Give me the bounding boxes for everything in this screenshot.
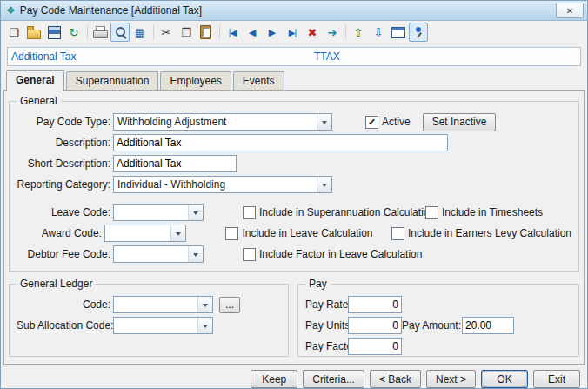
pay-code-type-row: Pay Code Type: Withholding Adjustment Ac…: [17, 112, 571, 131]
include-earners-levy-checkbox[interactable]: [391, 227, 404, 240]
award-code-row: Award Code: Include in Leave Calculation…: [17, 224, 571, 243]
short-description-label: Short Description:: [17, 158, 110, 170]
goto-icon[interactable]: ➔: [323, 23, 342, 42]
back-button[interactable]: < Back: [370, 370, 421, 388]
save-icon[interactable]: [44, 23, 63, 42]
pay-factor-label: Pay Factor:: [305, 340, 345, 352]
include-timesheets-group: Include in Timesheets: [425, 206, 543, 219]
include-earners-levy-group: Include in Earners Levy Calculation: [391, 227, 571, 240]
toolbar: ❏ ↻ ▦ ✂ ❐ |◀ ◀ ▶ ▶| ✖ ➔ ⇧ ⇩: [1, 21, 587, 44]
pay-units-row: Pay Units: Pay Amount:: [305, 316, 571, 335]
window-title: Pay Code Maintenance [Additional Tax]: [20, 4, 556, 17]
print-icon[interactable]: [90, 23, 110, 42]
ok-button[interactable]: OK: [481, 370, 528, 388]
open-folder-icon[interactable]: [24, 23, 43, 42]
chevron-down-icon[interactable]: [197, 318, 212, 333]
pay-code-maintenance-window: ❖ Pay Code Maintenance [Additional Tax] …: [0, 0, 588, 389]
chevron-down-icon[interactable]: [317, 177, 331, 192]
include-factor-leave-checkbox[interactable]: [243, 248, 256, 261]
include-leave-calc-checkbox[interactable]: [225, 227, 238, 240]
gl-code-label: Code:: [17, 298, 110, 311]
award-code-select[interactable]: [104, 225, 187, 242]
pay-rate-input[interactable]: [348, 296, 402, 313]
chevron-down-icon[interactable]: [197, 297, 212, 312]
general-ledger-group-title: General Ledger: [17, 278, 96, 290]
paste-icon[interactable]: [197, 23, 216, 42]
pin-icon[interactable]: [409, 23, 428, 42]
tab-events[interactable]: Events: [233, 71, 284, 90]
record-code: TTAX: [314, 50, 340, 63]
chevron-down-icon[interactable]: [188, 205, 203, 220]
pay-code-type-select[interactable]: Withholding Adjustment: [113, 113, 332, 131]
grid-icon[interactable]: ▦: [130, 23, 150, 42]
sub-allocation-row: Sub Allocation Code:: [17, 316, 281, 335]
description-input[interactable]: [113, 134, 448, 151]
window-icon[interactable]: [389, 23, 408, 42]
toolbar-separator: [153, 24, 154, 40]
pay-group-title: Pay: [305, 278, 331, 290]
tab-employees[interactable]: Employees: [160, 71, 231, 90]
export-icon[interactable]: ⇧: [349, 23, 368, 42]
chevron-down-icon[interactable]: [317, 114, 331, 130]
pay-amount-input[interactable]: [462, 317, 514, 334]
leave-code-row: Leave Code: Include in Superannuation Ca…: [17, 203, 571, 222]
gl-code-select[interactable]: [113, 296, 213, 313]
general-ledger-group: General Ledger Code: ... Sub Allocation …: [9, 284, 289, 357]
reporting-category-value: Individual - Withholding: [114, 178, 317, 191]
pay-units-input[interactable]: [348, 317, 402, 334]
short-description-input[interactable]: [113, 155, 237, 172]
exit-button[interactable]: Exit: [533, 370, 580, 388]
toolbar-separator: [219, 24, 220, 40]
import-icon[interactable]: ⇩: [369, 23, 388, 42]
last-record-icon[interactable]: ▶|: [283, 23, 302, 42]
refresh-icon[interactable]: ↻: [64, 23, 84, 42]
debtor-fee-code-select[interactable]: [113, 245, 204, 263]
close-button[interactable]: ✕: [556, 3, 584, 18]
reporting-category-label: Reporting Category:: [17, 178, 110, 191]
pay-rate-row: Pay Rate:: [305, 295, 571, 314]
new-document-icon[interactable]: ❏: [4, 23, 23, 42]
pay-rate-label: Pay Rate:: [305, 298, 345, 311]
award-code-label: Award Code:: [17, 227, 102, 239]
cut-icon[interactable]: ✂: [157, 23, 176, 42]
next-button[interactable]: Next >: [426, 370, 476, 388]
pay-code-type-value: Withholding Adjustment: [114, 116, 317, 128]
criteria-button[interactable]: Criteria...: [303, 370, 364, 388]
delete-icon[interactable]: ✖: [303, 23, 322, 42]
gl-code-lookup-button[interactable]: ...: [219, 297, 240, 313]
previous-record-icon[interactable]: ◀: [243, 23, 262, 42]
sub-allocation-select[interactable]: [113, 317, 213, 334]
pay-factor-input[interactable]: [348, 338, 402, 355]
sub-allocation-label: Sub Allocation Code:: [17, 319, 110, 332]
include-timesheets-checkbox[interactable]: [425, 206, 438, 219]
pay-units-label: Pay Units:: [305, 319, 345, 332]
next-record-icon[interactable]: ▶: [263, 23, 282, 42]
description-label: Description:: [17, 137, 110, 149]
app-icon: ❖: [6, 4, 16, 17]
footer-buttons: Keep Criteria... < Back Next > OK Exit: [8, 370, 580, 388]
chevron-down-icon[interactable]: [188, 246, 203, 262]
leave-code-select[interactable]: [113, 204, 204, 221]
include-factor-leave-label: Include Factor in Leave Calculation: [259, 248, 422, 260]
reporting-category-select[interactable]: Individual - Withholding: [113, 176, 332, 193]
debtor-fee-code-label: Debtor Fee Code:: [17, 248, 110, 260]
include-leave-calc-label: Include in Leave Calculation: [242, 227, 372, 239]
gl-code-row: Code: ...: [17, 295, 281, 314]
include-earners-levy-label: Include in Earners Levy Calculation: [408, 227, 571, 239]
set-inactive-button[interactable]: Set Inactive: [423, 113, 497, 131]
description-row: Description:: [17, 133, 571, 152]
active-checkbox[interactable]: [365, 116, 378, 129]
copy-icon[interactable]: ❐: [177, 23, 196, 42]
record-header: Additional Tax TTAX: [7, 47, 581, 66]
include-factor-leave-group: Include Factor in Leave Calculation: [243, 248, 425, 261]
title-bar[interactable]: ❖ Pay Code Maintenance [Additional Tax] …: [1, 1, 587, 21]
print-preview-icon[interactable]: [110, 23, 130, 42]
first-record-icon[interactable]: |◀: [223, 23, 242, 42]
chevron-down-icon[interactable]: [170, 225, 185, 241]
reporting-category-row: Reporting Category: Individual - Withhol…: [17, 175, 571, 194]
keep-button[interactable]: Keep: [251, 370, 297, 388]
tab-bar: General Superannuation Employees Events: [1, 72, 587, 90]
tab-general[interactable]: General: [6, 70, 64, 91]
include-superannuation-checkbox[interactable]: [243, 206, 256, 219]
tab-superannuation[interactable]: Superannuation: [66, 71, 159, 90]
